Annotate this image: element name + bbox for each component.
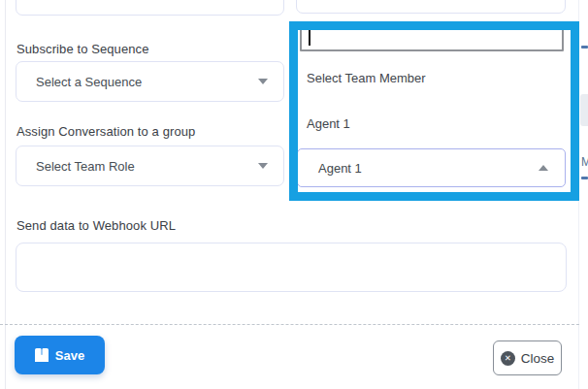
top-right-field[interactable] — [296, 0, 566, 14]
save-button-label: Save — [55, 348, 84, 363]
background-fragment-text: M — [581, 155, 588, 169]
dropdown-search-input[interactable] — [300, 22, 564, 51]
save-icon — [35, 348, 49, 362]
chevron-up-icon — [539, 165, 548, 171]
sequence-label: Subscribe to Sequence — [16, 42, 149, 56]
chevron-down-icon — [258, 79, 268, 84]
background-fragment-block — [580, 94, 588, 126]
sequence-select[interactable]: Select a Sequence — [16, 61, 284, 102]
background-fragment-line — [581, 46, 588, 49]
dropdown-option-select-team-member[interactable]: Select Team Member — [307, 71, 549, 88]
webhook-url-input[interactable] — [16, 243, 567, 292]
top-left-field[interactable] — [16, 0, 284, 16]
group-label: Assign Conversation to a group — [16, 124, 195, 139]
sequence-select-value: Select a Sequence — [36, 75, 258, 89]
modal-right-border — [578, 0, 579, 389]
webhook-label: Send data to Webhook URL — [16, 218, 176, 233]
group-select[interactable]: Select Team Role — [16, 146, 284, 186]
group-select-value: Select Team Role — [36, 159, 258, 174]
team-member-select-value: Agent 1 — [318, 161, 539, 176]
close-button[interactable]: ✕ Close — [493, 340, 562, 375]
chevron-down-icon — [258, 163, 268, 169]
close-button-label: Close — [521, 351, 555, 366]
dropdown-option-agent-1[interactable]: Agent 1 — [307, 116, 549, 134]
text-cursor — [309, 29, 310, 46]
modal-dialog: Subscribe to Sequence Select a Sequence … — [0, 0, 588, 389]
close-icon: ✕ — [501, 351, 515, 366]
team-member-select[interactable]: Agent 1 — [297, 148, 566, 187]
save-button[interactable]: Save — [15, 336, 105, 374]
footer-divider — [0, 324, 579, 325]
background-fragment-line — [581, 177, 588, 179]
modal-left-border — [5, 0, 6, 389]
